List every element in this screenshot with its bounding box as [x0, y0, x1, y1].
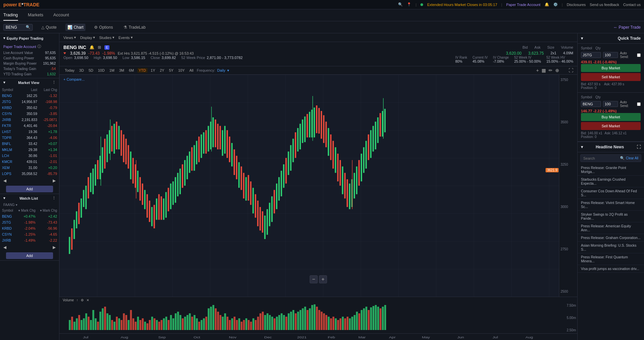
- table-row[interactable]: LHST 19.36 +1.78: [1, 129, 58, 134]
- search-icon-news[interactable]: 🔍: [620, 156, 625, 160]
- time-1m[interactable]: 1M: [108, 68, 116, 73]
- sell-btn-2[interactable]: Sell Market: [581, 122, 641, 130]
- events-btn[interactable]: Events▾: [118, 35, 133, 40]
- sym-cell[interactable]: LOPS: [1, 171, 17, 176]
- wl-sym-cell[interactable]: KRBD: [1, 226, 15, 231]
- watchlist-header[interactable]: ▾ Watch List ⋮: [0, 194, 59, 202]
- qt-qty-input-2[interactable]: [603, 101, 618, 107]
- chart-type-icon[interactable]: ▦: [542, 68, 546, 73]
- auto-send-checkbox-1[interactable]: [637, 53, 641, 57]
- add-indicator-icon[interactable]: +: [536, 68, 539, 73]
- table-row[interactable]: JSTG 14,956.97 -168.98: [1, 99, 58, 104]
- feedback-link[interactable]: Send us feedback: [590, 3, 619, 7]
- market-add-btn[interactable]: Add: [6, 186, 53, 192]
- more-icon-wl[interactable]: ⋮: [52, 196, 56, 200]
- time-10y[interactable]: 10Y: [177, 68, 186, 73]
- paper-trade-account-label[interactable]: Paper Trade Account: [506, 3, 541, 7]
- search-icon[interactable]: 🔍: [398, 2, 403, 7]
- sell-btn-1[interactable]: Sell Market: [581, 73, 641, 81]
- bell-icon[interactable]: 🔔: [545, 2, 549, 7]
- sub-tab-quote[interactable]: △ Quote: [39, 24, 59, 31]
- qt-symbol-input-1[interactable]: [581, 52, 601, 58]
- wl-sym-cell[interactable]: CSYN: [1, 232, 15, 237]
- sub-tab-options[interactable]: ⚙ Options: [92, 24, 115, 31]
- list-item[interactable]: JXRB -1.49% -2.22: [1, 238, 58, 243]
- wl-sym-cell[interactable]: JXRB: [1, 238, 15, 243]
- search-icon[interactable]: 🔍: [26, 25, 30, 29]
- news-item[interactable]: Stryker Swings to 2Q Profit as Pande...: [578, 211, 644, 222]
- nav-tab-markets[interactable]: Markets: [28, 10, 43, 21]
- auto-send-checkbox-2[interactable]: [637, 102, 641, 106]
- paper-trade-btn[interactable]: ↔ Paper Trade: [613, 25, 641, 30]
- news-item[interactable]: Press Release: First Quantum Minera...: [578, 253, 644, 265]
- time-2y[interactable]: 2Y: [158, 68, 166, 73]
- table-row[interactable]: LCH 30.86 -1.01: [1, 153, 58, 158]
- zoom-in-btn[interactable]: +: [319, 275, 327, 283]
- crosshair-icon[interactable]: ⊕: [555, 68, 559, 73]
- table-row[interactable]: LOPS 35,058.52 -85.79: [1, 171, 58, 176]
- watchlist-add-btn[interactable]: Add: [6, 252, 53, 259]
- news-item[interactable]: Visa profit jumps as vaccination driv...: [578, 265, 644, 273]
- equity-paper-trading-header[interactable]: ▾ Equity Paper Trading: [0, 33, 59, 43]
- volume-close-icon[interactable]: ✕: [86, 298, 89, 302]
- add-stock-icon[interactable]: ⊞: [98, 45, 101, 50]
- time-5y[interactable]: 5Y: [168, 68, 175, 73]
- table-row[interactable]: CSYN 350.59 -3.85: [1, 111, 58, 116]
- table-row[interactable]: KMCR 439.01 -2.01: [1, 159, 58, 164]
- info-icon[interactable]: ⓘ: [37, 44, 41, 49]
- buy-btn-1[interactable]: Buy Market: [581, 64, 641, 72]
- table-row[interactable]: TDPR 364.43 -4.06: [1, 135, 58, 140]
- sym-cell[interactable]: LHST: [1, 129, 17, 134]
- news-item[interactable]: Press Release: Vivint Smart Home Sc...: [578, 199, 644, 211]
- left-arrow-wl[interactable]: ◀: [3, 245, 6, 250]
- wl-sym-cell[interactable]: BENG: [1, 214, 15, 219]
- sub-tab-tradelab[interactable]: ⚗ TradeLab: [121, 24, 147, 31]
- time-5d[interactable]: 5D: [87, 68, 94, 73]
- freq-value[interactable]: Daily: [217, 68, 225, 72]
- wl-sym-cell[interactable]: JSTG: [1, 220, 15, 225]
- volume-settings-icon[interactable]: ⚙: [81, 298, 84, 302]
- news-search-input[interactable]: [583, 156, 620, 160]
- time-ytd[interactable]: YTD: [137, 68, 147, 73]
- sym-cell[interactable]: CSYN: [1, 111, 17, 116]
- news-item[interactable]: Starbucks Earnings Crushed Expecta...: [578, 176, 644, 187]
- sym-cell[interactable]: JSTG: [1, 99, 17, 104]
- table-row[interactable]: BNFL 33.42 +0.07: [1, 141, 58, 146]
- time-3m[interactable]: 3M: [118, 68, 125, 73]
- list-item[interactable]: KRBD -2.04% -56.96: [1, 226, 58, 231]
- symbol-input[interactable]: [6, 25, 26, 30]
- sym-cell[interactable]: TDPR: [1, 135, 17, 140]
- sub-tab-chart[interactable]: 📊 Chart: [65, 24, 85, 31]
- sym-cell[interactable]: KMCR: [1, 159, 17, 164]
- table-row[interactable]: KRBD 350.62 -0.79: [1, 105, 58, 110]
- table-row[interactable]: MKLM 29.38 +1.34: [1, 147, 58, 152]
- news-expand-icon[interactable]: ⛶: [637, 145, 641, 149]
- bell-stock-icon[interactable]: 🔔: [89, 45, 94, 50]
- zoom-out-btn[interactable]: −: [310, 275, 318, 283]
- sym-cell[interactable]: KRBD: [1, 105, 17, 110]
- fullscreen-icon[interactable]: ⛶: [569, 68, 573, 73]
- time-today[interactable]: Today: [63, 68, 76, 73]
- left-arrow[interactable]: ◀: [3, 178, 6, 183]
- buy-btn-2[interactable]: Buy Market: [581, 113, 641, 121]
- contact-link[interactable]: Contact us: [623, 3, 641, 7]
- views-btn[interactable]: Views▾: [63, 35, 76, 40]
- compare-btn[interactable]: + Compare...: [63, 77, 85, 81]
- sym-cell[interactable]: BNFL: [1, 141, 17, 146]
- table-row[interactable]: XEM 31.00 +0.20: [1, 165, 58, 170]
- qt-qty-input-1[interactable]: [603, 52, 618, 58]
- list-item[interactable]: CSYN -1.25% -4.65: [1, 232, 58, 237]
- time-3d[interactable]: 3D: [78, 68, 85, 73]
- news-item[interactable]: Press Release: Graham Corporation...: [578, 234, 644, 242]
- time-1y[interactable]: 1Y: [149, 68, 156, 73]
- draw-icon[interactable]: ✏: [549, 68, 553, 73]
- freq-dropdown-icon[interactable]: ▾: [227, 68, 229, 73]
- time-all[interactable]: All: [188, 68, 195, 73]
- more-icon[interactable]: ⋮: [52, 80, 56, 85]
- news-item[interactable]: Consumer Cos Down Ahead Of Fed S...: [578, 187, 644, 199]
- table-row[interactable]: BENG 162.25 -1.32: [1, 93, 58, 98]
- display-btn[interactable]: Display▾: [80, 35, 95, 40]
- sym-cell[interactable]: JXRB: [1, 117, 17, 122]
- watchlist-sub-label[interactable]: FAANG ▾: [0, 202, 59, 207]
- news-item[interactable]: Press Release: Granite Point Mortga...: [578, 164, 644, 176]
